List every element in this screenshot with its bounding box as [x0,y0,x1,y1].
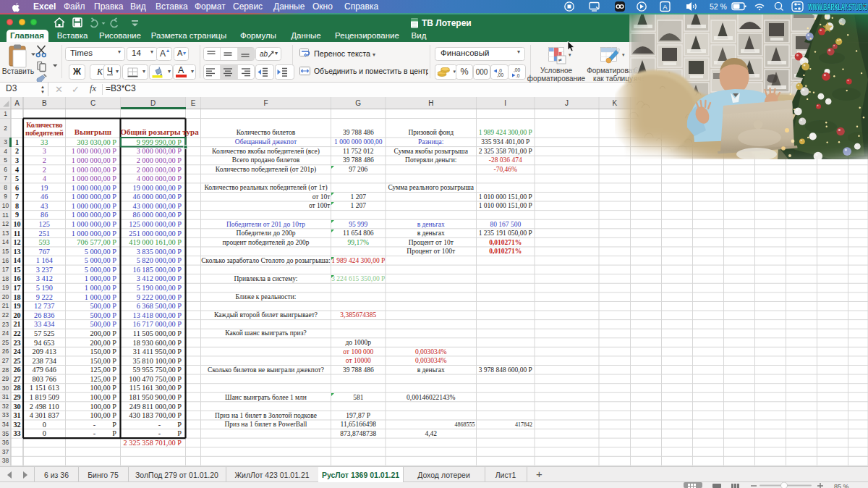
svg-text:,00: ,00 [497,72,503,77]
svg-text:≠: ≠ [558,56,562,64]
svg-text:,0: ,0 [516,72,520,77]
svg-text:ab: ab [260,50,268,58]
svg-text:85 %: 85 % [834,483,849,488]
svg-text:,00: ,00 [514,67,520,72]
svg-text:A: A [663,3,668,11]
svg-text:52 %: 52 % [710,2,727,11]
